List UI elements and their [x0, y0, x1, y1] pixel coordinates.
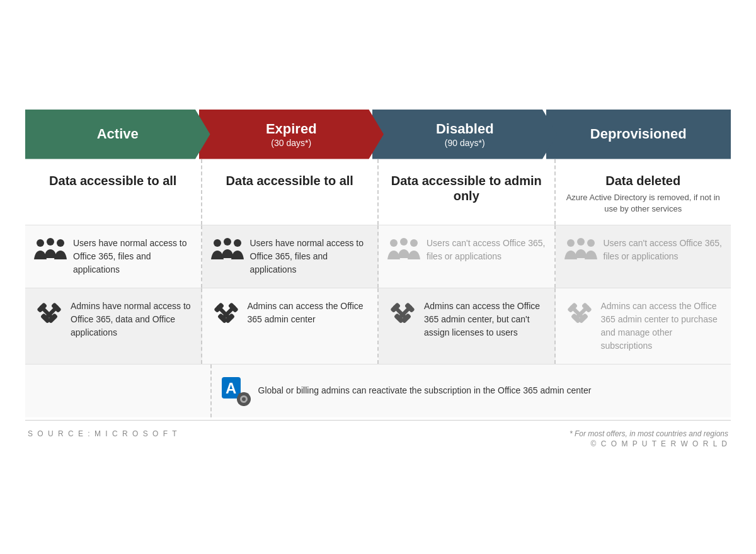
- wrench-deprovisioned-icon: [564, 300, 595, 330]
- admins-disabled-text: Admins can access the Office 365 admin c…: [424, 300, 546, 339]
- svg-point-10: [577, 238, 585, 246]
- wrench-expired-icon: [211, 300, 241, 330]
- people-disabled-icon: [387, 237, 420, 266]
- header-row: Active Expired (30 days*) Disabled (90 d…: [25, 110, 731, 159]
- header-active: Active: [25, 110, 210, 159]
- admins-row: Admins have normal access to Office 365,…: [25, 288, 731, 365]
- svg-point-4: [224, 238, 231, 246]
- reactivate-content-cell: A: [212, 365, 731, 417]
- users-expired-text: Users have normal access to Office 365, …: [250, 237, 369, 276]
- svg-rect-43: [237, 398, 240, 400]
- header-expired: Expired (30 days*): [199, 110, 384, 159]
- users-row: Users have normal access to Office 365, …: [25, 225, 731, 288]
- people-deprovisioned-icon: [564, 237, 597, 266]
- data-sub-deprovisioned: Azure Active Directory is removed, if no…: [564, 192, 723, 215]
- users-deprovisioned-icon-area: Users can't access Office 365, files or …: [564, 237, 723, 266]
- admins-disabled-icon-area: Admins can access the Office 365 admin c…: [387, 300, 546, 339]
- header-disabled-label: Disabled: [436, 121, 494, 137]
- footer-source: S O U R C E : M I C R O S O F T: [28, 429, 178, 448]
- main-container: Active Expired (30 days*) Disabled (90 d…: [13, 97, 743, 457]
- users-disabled-text: Users can't access Office 365, files or …: [427, 237, 546, 263]
- admins-deprovisioned-icon-area: Admins can access the Office 365 admin c…: [564, 300, 723, 353]
- users-deprovisioned-cell: Users can't access Office 365, files or …: [556, 225, 731, 288]
- footer-brand: © C O M P U T E R W O R L D: [570, 439, 728, 448]
- header-active-label: Active: [97, 126, 139, 142]
- footer-note: * For most offers, in most countries and…: [570, 429, 728, 438]
- data-header-row: Data accessible to all Data accessible t…: [25, 159, 731, 225]
- data-header-expired: Data accessible to all: [202, 159, 379, 225]
- reactivate-text: Global or billing admins can reactivate …: [258, 384, 592, 397]
- users-active-cell: Users have normal access to Office 365, …: [25, 225, 202, 288]
- header-deprovisioned: Deprovisioned: [546, 110, 731, 159]
- admins-deprovisioned-text: Admins can access the Office 365 admin c…: [601, 300, 723, 353]
- users-disabled-icon-area: Users can't access Office 365, files or …: [387, 237, 546, 266]
- reactivate-row: A: [25, 365, 731, 417]
- svg-point-0: [37, 239, 44, 247]
- svg-point-11: [587, 239, 595, 247]
- admins-expired-icon-area: Admins can access the Office 365 admin c…: [211, 300, 369, 330]
- svg-rect-42: [243, 403, 244, 406]
- data-header-disabled: Data accessible to admin only: [379, 159, 556, 225]
- header-expired-label: Expired: [266, 121, 317, 137]
- admins-disabled-cell: Admins can access the Office 365 admin c…: [379, 288, 556, 364]
- data-header-deprovisioned: Data deleted Azure Active Directory is r…: [556, 159, 731, 225]
- data-title-expired: Data accessible to all: [211, 173, 369, 188]
- people-expired-icon: [211, 237, 244, 266]
- azure-gear-icon: A: [220, 376, 251, 406]
- data-title-active: Data accessible to all: [34, 173, 192, 188]
- header-deprovisioned-label: Deprovisioned: [590, 126, 687, 142]
- svg-point-2: [57, 239, 64, 247]
- header-disabled-sub: (90 days*): [436, 138, 494, 148]
- admins-expired-cell: Admins can access the Office 365 admin c…: [202, 288, 379, 364]
- svg-point-40: [242, 397, 246, 401]
- svg-point-5: [234, 239, 241, 247]
- users-active-text: Users have normal access to Office 365, …: [73, 237, 192, 276]
- admins-deprovisioned-cell: Admins can access the Office 365 admin c…: [556, 288, 731, 364]
- svg-point-8: [410, 239, 418, 247]
- svg-rect-41: [243, 392, 244, 395]
- reactivate-empty-cell: [25, 365, 212, 417]
- header-expired-sub: (30 days*): [266, 138, 317, 148]
- admins-active-text: Admins have normal access to Office 365,…: [71, 300, 192, 339]
- users-active-icon-area: Users have normal access to Office 365, …: [34, 237, 192, 276]
- people-active-icon: [34, 237, 67, 266]
- wrench-active-icon: [34, 300, 64, 330]
- data-header-active: Data accessible to all: [25, 159, 202, 225]
- data-title-disabled: Data accessible to admin only: [387, 173, 546, 203]
- users-deprovisioned-text: Users can't access Office 365, files or …: [604, 237, 723, 263]
- svg-point-9: [567, 239, 575, 247]
- users-disabled-cell: Users can't access Office 365, files or …: [379, 225, 556, 288]
- footer-right: * For most offers, in most countries and…: [570, 429, 728, 448]
- svg-text:A: A: [226, 380, 236, 397]
- svg-point-6: [390, 239, 398, 247]
- admins-expired-text: Admins can access the Office 365 admin c…: [248, 300, 369, 326]
- svg-point-3: [214, 239, 221, 247]
- users-expired-icon-area: Users have normal access to Office 365, …: [211, 237, 369, 276]
- svg-rect-44: [248, 398, 251, 400]
- svg-point-7: [400, 238, 408, 246]
- admins-active-icon-area: Admins have normal access to Office 365,…: [34, 300, 192, 339]
- admins-active-cell: Admins have normal access to Office 365,…: [25, 288, 202, 364]
- footer: S O U R C E : M I C R O S O F T * For mo…: [25, 420, 731, 451]
- svg-point-1: [47, 238, 54, 246]
- wrench-disabled-icon: [387, 300, 418, 330]
- header-disabled: Disabled (90 days*): [372, 110, 558, 159]
- users-expired-cell: Users have normal access to Office 365, …: [202, 225, 379, 288]
- data-title-deprovisioned: Data deleted: [564, 173, 723, 188]
